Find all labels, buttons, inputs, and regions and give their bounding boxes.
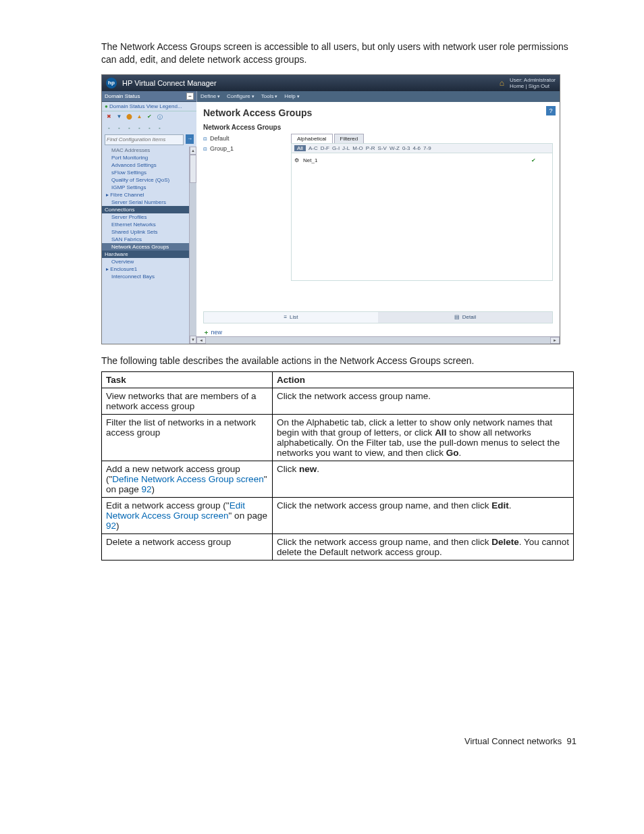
alpha-wz[interactable]: W-Z bbox=[390, 145, 400, 151]
view-list-button[interactable]: ≡List bbox=[204, 312, 378, 323]
group-default[interactable]: ⧈Default bbox=[203, 134, 284, 144]
scroll-down-icon[interactable]: ▼ bbox=[190, 336, 196, 344]
nav-sflow[interactable]: sFlow Settings bbox=[102, 169, 196, 176]
col-task: Task bbox=[102, 371, 273, 388]
nav-network-access-groups[interactable]: Network Access Groups bbox=[102, 243, 196, 251]
collapse-icon[interactable]: − bbox=[186, 93, 194, 100]
find-input[interactable] bbox=[105, 134, 184, 145]
tab-alphabetical[interactable]: Alphabetical bbox=[291, 134, 333, 143]
app-title: HP Virtual Connect Manager bbox=[122, 79, 217, 87]
group-icon: ⧈ bbox=[203, 135, 207, 142]
view-detail-button[interactable]: ▤Detail bbox=[378, 312, 552, 323]
link-page-92b[interactable]: 92 bbox=[106, 521, 116, 531]
scroll-thumb[interactable] bbox=[190, 155, 196, 183]
tab-filtered[interactable]: Filtered bbox=[334, 134, 365, 143]
scroll-up-icon[interactable]: ▲ bbox=[190, 147, 196, 155]
nav-tree: ▲ ▼ MAC Addresses Port Monitoring Advanc… bbox=[102, 147, 196, 344]
home-signout-links[interactable]: Home | Sign Out bbox=[510, 83, 556, 89]
nav-server-serials[interactable]: Server Serial Numbers bbox=[102, 199, 196, 206]
page-footer: Virtual Connect networks 91 bbox=[101, 736, 576, 746]
action-filter: On the Alphabetic tab, click a letter to… bbox=[273, 414, 574, 461]
menu-define[interactable]: Define bbox=[200, 93, 220, 99]
link-page-92a[interactable]: 92 bbox=[142, 484, 152, 494]
alpha-filter-row: All A-C D-F G-I J-L M-O P-R S-V W-Z 0-3 … bbox=[291, 143, 553, 153]
domain-status-link[interactable]: ● Domain Status View Legend... bbox=[102, 102, 196, 111]
nav-fibre-channel[interactable]: ▸ Fibre Channel bbox=[102, 191, 196, 199]
nav-ethernet-networks[interactable]: Ethernet Networks bbox=[102, 221, 196, 228]
task-edit: Edit a network access group ("Edit Netwo… bbox=[102, 497, 273, 533]
alpha-03[interactable]: 0-3 bbox=[402, 145, 410, 151]
nav-enclosure1[interactable]: ▸ Enclosure1 bbox=[102, 265, 196, 273]
menu-help[interactable]: Help bbox=[284, 93, 299, 99]
app-titlebar: hp HP Virtual Connect Manager ⌂ User: Ad… bbox=[102, 75, 560, 91]
alpha-all[interactable]: All bbox=[294, 145, 306, 151]
alpha-46[interactable]: 4-6 bbox=[412, 145, 421, 151]
status-icon-row: ✖ ▼ ⬤ ▲ ✔ ⓘ bbox=[102, 111, 196, 123]
task-view: View networks that are members of a netw… bbox=[102, 388, 273, 414]
alpha-gi[interactable]: G-I bbox=[332, 145, 340, 151]
alpha-pr[interactable]: P-R bbox=[366, 145, 375, 151]
nav-overview[interactable]: Overview bbox=[102, 258, 196, 265]
alert-icon[interactable]: ⬤ bbox=[126, 113, 132, 121]
section-title: Network Access Groups bbox=[203, 124, 553, 131]
group-group1[interactable]: ⧈Group_1 bbox=[203, 144, 284, 154]
nav-interconnect-bays[interactable]: Interconnect Bays bbox=[102, 273, 196, 280]
action-delete: Click the network access group name, and… bbox=[273, 533, 574, 560]
error-icon[interactable]: ✖ bbox=[106, 113, 112, 121]
alpha-jl[interactable]: J-L bbox=[342, 145, 350, 151]
hp-logo-icon: hp bbox=[106, 78, 117, 88]
help-icon[interactable]: ? bbox=[546, 106, 556, 115]
alpha-ac[interactable]: A-C bbox=[308, 145, 318, 151]
sidebar-header: Domain Status − bbox=[102, 91, 196, 102]
menu-configure[interactable]: Configure bbox=[227, 93, 254, 99]
nav-section-connections[interactable]: Connections bbox=[102, 206, 196, 213]
home-icon[interactable]: ⌂ bbox=[500, 78, 504, 88]
ok-icon[interactable]: ✔ bbox=[146, 113, 153, 121]
network-icon: ⚙ bbox=[294, 157, 299, 163]
action-view: Click the network access group name. bbox=[273, 388, 574, 414]
scroll-left-icon[interactable]: ◄ bbox=[196, 337, 206, 344]
action-add: Click new. bbox=[273, 461, 574, 497]
status-ok-icon: ✔ bbox=[531, 157, 536, 163]
alpha-79[interactable]: 7-9 bbox=[423, 145, 431, 151]
nav-san-fabrics[interactable]: SAN Fabrics bbox=[102, 236, 196, 243]
view-toggle-bar: ≡List ▤Detail bbox=[203, 311, 553, 323]
scroll-right-icon[interactable]: ► bbox=[550, 337, 560, 344]
horizontal-scrollbar[interactable]: ◄ ► bbox=[196, 336, 560, 344]
filter-icon[interactable]: ▼ bbox=[116, 113, 122, 121]
alpha-df[interactable]: D-F bbox=[321, 145, 329, 151]
network-row-net1[interactable]: ⚙ Net_1 ✔ bbox=[294, 156, 549, 165]
info-icon[interactable]: ⓘ bbox=[157, 113, 163, 121]
find-go-button[interactable]: → bbox=[186, 134, 194, 144]
action-edit: Click the network access group name, and… bbox=[273, 497, 574, 533]
left-sidebar: Domain Status − ● Domain Status View Leg… bbox=[102, 91, 197, 344]
network-panel: Alphabetical Filtered All A-C D-F G-I J-… bbox=[291, 134, 553, 281]
col-action: Action bbox=[273, 371, 574, 388]
nav-advanced-settings[interactable]: Advanced Settings bbox=[102, 161, 196, 169]
warning-icon[interactable]: ▲ bbox=[136, 113, 142, 121]
nav-section-hardware[interactable]: Hardware bbox=[102, 251, 196, 258]
plus-icon: ＋ bbox=[203, 329, 209, 336]
screenshot-panel: hp HP Virtual Connect Manager ⌂ User: Ad… bbox=[101, 74, 560, 344]
task-add: Add a new network access group ("Define … bbox=[102, 461, 273, 497]
intro-paragraph: The Network Access Groups screen is acce… bbox=[101, 41, 576, 66]
sidebar-scrollbar[interactable]: ▲ ▼ bbox=[189, 147, 196, 344]
group-icon: ⧈ bbox=[203, 145, 207, 153]
nav-server-profiles[interactable]: Server Profiles bbox=[102, 213, 196, 221]
link-define-nag[interactable]: Define Network Access Group screen bbox=[112, 474, 263, 484]
nav-qos[interactable]: Quality of Service (QoS) bbox=[102, 176, 196, 184]
menu-tools[interactable]: Tools bbox=[261, 93, 278, 99]
user-info: User: Administrator Home | Sign Out bbox=[510, 77, 556, 89]
nav-mac-addresses[interactable]: MAC Addresses bbox=[102, 147, 196, 154]
group-list: ⧈Default ⧈Group_1 bbox=[203, 134, 284, 281]
detail-icon: ▤ bbox=[454, 314, 460, 320]
list-icon: ≡ bbox=[284, 314, 287, 320]
page-title: Network Access Groups bbox=[203, 107, 553, 118]
task-filter: Filter the list of networks in a network… bbox=[102, 414, 273, 461]
alpha-mo[interactable]: M-O bbox=[352, 145, 363, 151]
alpha-sv[interactable]: S-V bbox=[378, 145, 387, 151]
following-paragraph: The following table describes the availa… bbox=[101, 355, 576, 366]
nav-port-monitoring[interactable]: Port Monitoring bbox=[102, 154, 196, 161]
nav-shared-uplink[interactable]: Shared Uplink Sets bbox=[102, 228, 196, 236]
nav-igmp[interactable]: IGMP Settings bbox=[102, 184, 196, 191]
